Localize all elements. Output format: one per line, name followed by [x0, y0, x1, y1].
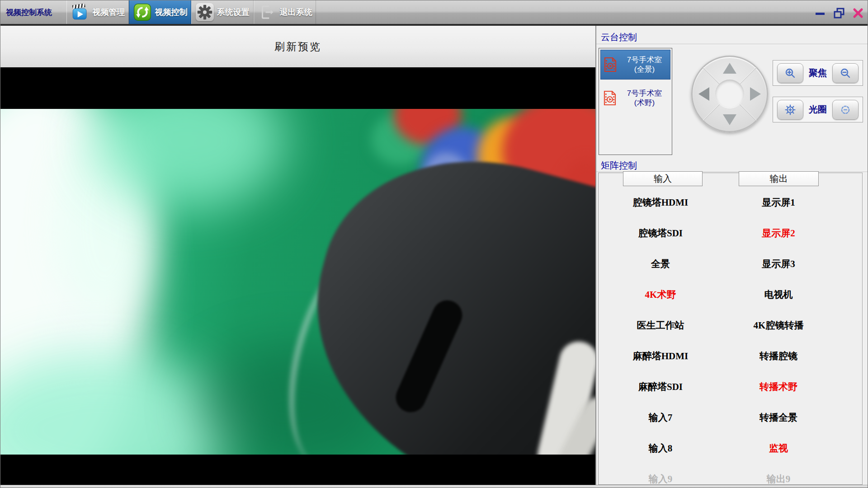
matrix-output-header[interactable]: 输出 [739, 171, 819, 186]
video-manage-icon [71, 3, 90, 22]
dpad-right-arrow[interactable] [750, 87, 761, 101]
exit-icon [258, 3, 277, 22]
camera-view: (全景) [620, 65, 669, 74]
iris-close-button[interactable] [832, 100, 859, 120]
camera-list: 7号手术室 (全景) 7 [599, 48, 672, 155]
zoom-out-icon [840, 67, 851, 79]
matrix-input-item[interactable]: 医生工作站 [615, 310, 706, 341]
preview-panel: 刷新预览 [0, 26, 595, 485]
matrix-output-item[interactable]: 转播全景 [733, 402, 824, 433]
dpad-center [715, 80, 744, 108]
camera-view: (术野) [620, 98, 669, 108]
video-file-icon [602, 56, 618, 73]
matrix-output-item[interactable]: 4K腔镜转播 [733, 310, 824, 341]
iris-open-icon [784, 104, 796, 116]
focus-out-button[interactable] [832, 63, 859, 83]
iris-close-icon [840, 104, 851, 116]
status-strip [0, 485, 868, 488]
camera-name: 7号手术室 [620, 89, 669, 98]
tab-video-manage[interactable]: 视频管理 [66, 0, 129, 24]
matrix-input-item[interactable]: 全景 [615, 249, 706, 279]
tab-video-manage-label: 视频管理 [93, 7, 125, 18]
tab-system-settings-label: 系统设置 [217, 7, 250, 18]
close-icon[interactable] [852, 7, 864, 19]
focus-label: 聚焦 [809, 67, 827, 79]
preview-header: 刷新预览 [0, 26, 595, 67]
tab-exit-system[interactable]: 退出系统 [254, 0, 316, 24]
video-preview-frame [0, 67, 595, 485]
focus-in-button[interactable] [777, 63, 803, 83]
dpad-left-arrow[interactable] [698, 87, 709, 101]
tab-video-control-label: 视频控制 [155, 7, 188, 18]
ptz-divider [596, 44, 868, 45]
iris-open-button[interactable] [777, 100, 803, 120]
app-window: 视频控制系统 视频管理 [0, 0, 868, 488]
matrix-input-item[interactable]: 麻醉塔SDI [615, 371, 706, 402]
toolbar: 视频控制系统 视频管理 [0, 0, 868, 26]
matrix-input-item[interactable]: 腔镜塔SDI [615, 218, 706, 249]
camera-name: 7号手术室 [620, 55, 669, 65]
matrix-output-column: 显示屏1 显示屏2 显示屏3 电视机 4K腔镜转播 转播腔镜 转播术野 转播全景… [733, 187, 824, 488]
matrix-output-item[interactable]: 电视机 [733, 279, 824, 310]
iris-group: 光圈 [773, 97, 863, 122]
tab-video-control[interactable]: 视频控制 [129, 0, 191, 24]
tab-system-settings[interactable]: 系统设置 [191, 0, 254, 24]
camera-item-field[interactable]: 7号手术室 (术野) [600, 83, 670, 113]
matrix-output-item[interactable]: 输出9 [733, 464, 824, 488]
matrix-input-column: 腔镜塔HDMI 腔镜塔SDI 全景 4K术野 医生工作站 麻醉塔HDMI 麻醉塔… [615, 187, 706, 488]
video-control-icon [133, 3, 152, 22]
video-file-icon [602, 90, 618, 106]
settings-gear-icon [196, 3, 214, 21]
window-controls [814, 0, 864, 26]
zoom-in-icon [784, 67, 796, 79]
ptz-dpad [691, 56, 768, 132]
dpad-down-arrow[interactable] [723, 114, 736, 125]
matrix-output-item[interactable]: 转播术野 [733, 371, 824, 402]
video-feed [0, 109, 595, 455]
control-panel: 云台控制 7号手术室 (全景) [595, 26, 868, 488]
tab-exit-system-label: 退出系统 [280, 7, 312, 18]
matrix-output-item[interactable]: 显示屏1 [733, 187, 824, 218]
matrix-input-item[interactable]: 4K术野 [615, 279, 706, 310]
dpad-up-arrow[interactable] [723, 63, 736, 74]
refresh-preview-button[interactable]: 刷新预览 [274, 40, 321, 54]
minimize-icon[interactable] [814, 7, 826, 19]
camera-item-panorama[interactable]: 7号手术室 (全景) [600, 50, 670, 80]
matrix-input-item[interactable]: 腔镜塔HDMI [615, 187, 706, 218]
matrix-output-item[interactable]: 显示屏3 [733, 249, 824, 279]
matrix-section-title: 矩阵控制 [601, 160, 637, 172]
matrix-input-item[interactable]: 输入9 [615, 464, 706, 488]
matrix-input-item[interactable]: 输入8 [615, 433, 706, 464]
matrix-input-item[interactable]: 输入7 [615, 402, 706, 433]
app-title: 视频控制系统 [0, 0, 66, 24]
focus-group: 聚焦 [773, 60, 863, 86]
matrix-output-item[interactable]: 显示屏2 [733, 218, 824, 249]
restore-icon[interactable] [833, 7, 845, 19]
matrix-input-item[interactable]: 麻醉塔HDMI [615, 341, 706, 371]
matrix-input-header[interactable]: 输入 [623, 171, 703, 186]
ptz-section-title: 云台控制 [601, 31, 637, 43]
matrix-output-item[interactable]: 监视 [733, 433, 824, 464]
iris-label: 光圈 [809, 103, 827, 116]
matrix-output-item[interactable]: 转播腔镜 [733, 341, 824, 371]
